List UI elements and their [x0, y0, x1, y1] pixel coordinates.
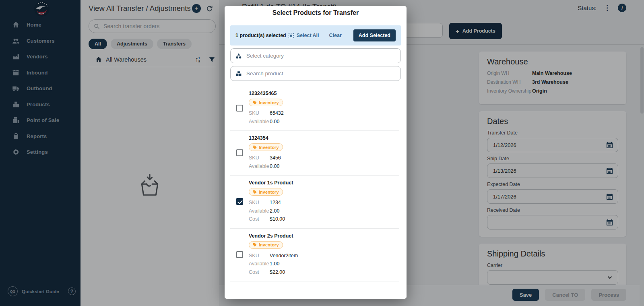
select-all-icon	[289, 33, 294, 38]
product-checkbox-1324354[interactable]	[236, 149, 243, 156]
selection-bar: 1 product(s) selected Select All Clear A…	[230, 25, 401, 45]
inventory-badge: Inventory	[249, 241, 283, 249]
add-selected-button[interactable]: Add Selected	[353, 29, 396, 41]
select-products-modal: Select Products for Transfer 1 product(s…	[225, 6, 407, 299]
app-root: Home Customers Vendors Inbound Outbound …	[0, 0, 644, 306]
selected-count-text: 1 product(s) selected	[235, 33, 289, 38]
product-name: Vendor 2s Product	[249, 233, 399, 239]
product-field-available: Available 1.00	[249, 260, 399, 268]
product-list-item: Vendor 2s Product Inventory SKU Vendor2i…	[230, 229, 399, 282]
category-select-input[interactable]	[246, 53, 396, 59]
inventory-badge: Inventory	[249, 99, 283, 106]
product-field-cost: Cost $10.00	[249, 215, 399, 223]
product-field-sku: SKU 65432	[249, 109, 399, 118]
product-field-available: Available 0.00	[249, 162, 399, 171]
product-search[interactable]	[230, 66, 401, 81]
inventory-badge: Inventory	[249, 143, 283, 151]
category-icon	[235, 53, 242, 59]
product-list-item: Vendor 1s Product Inventory SKU 1234 Ava…	[230, 176, 399, 229]
select-all-button[interactable]: Select All	[289, 33, 319, 38]
product-list-item: 1324354 Inventory SKU 3456 Available 0.0…	[230, 131, 399, 176]
product-checkbox-vendor-1s-product[interactable]	[236, 198, 243, 205]
product-list: 1232435465 Inventory SKU 65432 Available…	[249, 86, 399, 281]
category-select[interactable]	[230, 48, 401, 63]
clear-button[interactable]: Clear	[329, 33, 342, 38]
product-field-sku: SKU 3456	[249, 154, 399, 162]
product-field-sku: SKU Vendor2item	[249, 252, 399, 260]
product-name: 1232435465	[249, 91, 399, 96]
product-search-input[interactable]	[246, 70, 396, 76]
tag-icon	[253, 101, 257, 105]
tag-icon	[253, 145, 257, 149]
product-field-sku: SKU 1234	[249, 198, 399, 207]
tag-icon	[253, 243, 257, 247]
inventory-badge: Inventory	[249, 188, 283, 196]
product-boxes-icon	[235, 70, 242, 77]
modal-header: Select Products for Transfer	[225, 6, 407, 20]
product-checkbox-vendor-2s-product[interactable]	[236, 251, 243, 258]
product-field-available: Available 0.00	[249, 118, 399, 126]
product-list-item: 1232435465 Inventory SKU 65432 Available…	[230, 86, 399, 131]
modal-title: Select Products for Transfer	[272, 9, 359, 17]
product-name: 1324354	[249, 135, 399, 141]
product-checkbox-1232435465[interactable]	[236, 105, 243, 112]
product-name: Vendor 1s Product	[249, 180, 399, 186]
product-field-cost: Cost $22.00	[249, 268, 399, 277]
tag-icon	[253, 190, 257, 194]
product-field-available: Available 2.00	[249, 207, 399, 215]
